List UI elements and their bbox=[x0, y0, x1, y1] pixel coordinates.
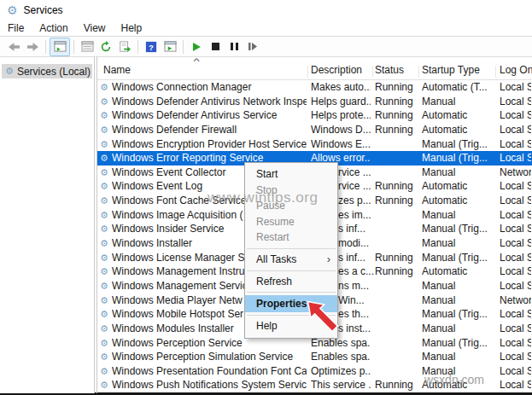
service-gear-icon: ⚙ bbox=[100, 137, 111, 152]
service-gear-icon: ⚙ bbox=[100, 179, 111, 194]
service-startup-type: Automatic bbox=[422, 123, 497, 137]
pause-service-icon[interactable] bbox=[225, 38, 243, 55]
column-divider[interactable] bbox=[418, 66, 419, 78]
menu-file[interactable]: File bbox=[0, 22, 32, 34]
service-log-on-as: Local Syst bbox=[500, 151, 531, 166]
service-startup-type: Manual bbox=[422, 236, 497, 251]
service-startup-type: Automatic bbox=[422, 194, 497, 208]
services-gear-icon: ⚙ bbox=[5, 66, 14, 77]
service-startup-type: Manual bbox=[422, 322, 497, 336]
menu-view[interactable]: View bbox=[76, 22, 114, 34]
service-gear-icon: ⚙ bbox=[100, 208, 111, 223]
table-row[interactable]: ⚙Windows Defender Antivirus ServiceHelps… bbox=[97, 108, 532, 123]
context-menu-item-start[interactable]: Start bbox=[245, 166, 337, 183]
toolbar: ? bbox=[0, 37, 532, 57]
menu-separator bbox=[247, 270, 336, 271]
service-name: Windows Presentation Foundation Font Cac… bbox=[112, 364, 307, 379]
service-startup-type: Manual (Trig... bbox=[422, 336, 497, 351]
service-status: Running bbox=[375, 108, 418, 123]
service-status: Running bbox=[375, 179, 418, 194]
service-log-on-as: Local Serv bbox=[500, 123, 531, 137]
table-row[interactable]: ⚙Windows Defender Antivirus Network Insp… bbox=[97, 95, 532, 109]
service-log-on-as: Local Syst bbox=[500, 264, 531, 279]
service-gear-icon: ⚙ bbox=[100, 322, 111, 336]
column-header-log-on-as[interactable]: Log On As bbox=[500, 64, 532, 76]
service-startup-type: Manual bbox=[422, 95, 497, 109]
stop-service-icon[interactable] bbox=[206, 38, 225, 55]
service-log-on-as: Local Syst bbox=[500, 350, 531, 364]
menu-action[interactable]: Action bbox=[32, 22, 75, 34]
table-row[interactable]: ⚙Windows Perception Simulation ServiceEn… bbox=[97, 350, 532, 364]
service-name: Windows Defender Antivirus Service bbox=[112, 108, 307, 123]
service-log-on-as: Local Serv bbox=[500, 95, 531, 109]
sort-ascending-icon: ^ bbox=[194, 57, 200, 66]
column-header-status[interactable]: Status bbox=[375, 64, 404, 76]
service-name: Windows Defender Firewall bbox=[112, 123, 307, 137]
service-description: modi... bbox=[338, 236, 374, 251]
service-startup-type: Manual bbox=[422, 166, 497, 180]
column-header-startup-type[interactable]: Startup Type bbox=[422, 64, 480, 76]
service-description: Windows E... bbox=[311, 137, 371, 152]
service-gear-icon: ⚙ bbox=[100, 236, 111, 251]
service-log-on-as: Local Serv bbox=[500, 208, 531, 223]
service-gear-icon: ⚙ bbox=[100, 378, 111, 392]
table-row[interactable]: ⚙Windows Defender FirewallWindows D...Ru… bbox=[97, 123, 532, 137]
tree-item-services-local[interactable]: ⚙ Services (Local) bbox=[2, 64, 92, 78]
service-gear-icon: ⚙ bbox=[100, 95, 111, 109]
start-service-icon[interactable] bbox=[187, 38, 206, 55]
context-menu-item-refresh[interactable]: Refresh bbox=[245, 274, 337, 290]
title-bar: ⚙ Services bbox=[0, 0, 532, 20]
restart-service-icon[interactable] bbox=[243, 38, 262, 55]
table-row[interactable]: ⚙Windows Connection ManagerMakes auto...… bbox=[97, 80, 532, 95]
service-description: Makes auto... bbox=[311, 80, 371, 95]
column-divider[interactable] bbox=[372, 66, 373, 78]
column-divider[interactable] bbox=[307, 66, 308, 78]
context-menu-item-all-tasks[interactable]: All Tasks› bbox=[245, 252, 337, 268]
show-console-tree-icon[interactable] bbox=[50, 38, 70, 56]
help-icon[interactable]: ? bbox=[142, 38, 161, 55]
menu-help[interactable]: Help bbox=[114, 22, 150, 34]
column-header-name[interactable]: Name bbox=[103, 64, 131, 76]
service-log-on-as: Local Syst bbox=[500, 222, 531, 236]
service-startup-type: Automatic bbox=[422, 108, 497, 123]
toolbar-separator bbox=[137, 40, 138, 54]
back-icon[interactable] bbox=[4, 38, 23, 55]
service-status: Running bbox=[375, 378, 418, 392]
service-name: Windows Connection Manager bbox=[112, 80, 307, 95]
services-window: ⚙ Services File Action View Help bbox=[0, 0, 532, 395]
service-description: Enables spa... bbox=[311, 350, 371, 364]
properties-window-icon[interactable] bbox=[78, 38, 96, 55]
service-description: Windows D... bbox=[311, 123, 371, 137]
service-gear-icon: ⚙ bbox=[100, 336, 111, 351]
service-log-on-as: Network S bbox=[500, 293, 531, 308]
service-gear-icon: ⚙ bbox=[100, 251, 111, 265]
service-startup-type: Manual (Trig... bbox=[422, 307, 497, 322]
service-description: s inf... bbox=[338, 222, 374, 236]
refresh-icon[interactable] bbox=[96, 38, 115, 55]
context-menu-item-resume: Resume bbox=[245, 214, 337, 230]
table-row[interactable]: ⚙Windows Encryption Provider Host Servic… bbox=[97, 137, 532, 152]
service-status: Running bbox=[375, 95, 418, 109]
service-gear-icon: ⚙ bbox=[100, 307, 111, 322]
menu-item-label: Refresh bbox=[256, 276, 292, 288]
export-list-icon[interactable] bbox=[115, 38, 134, 55]
column-header-description[interactable]: Description bbox=[311, 64, 362, 76]
column-divider[interactable] bbox=[495, 66, 496, 78]
service-gear-icon: ⚙ bbox=[100, 194, 111, 208]
service-log-on-as: Local Syst bbox=[500, 279, 531, 293]
service-log-on-as: Local Syst bbox=[500, 378, 531, 392]
service-description: zes p... bbox=[338, 194, 374, 208]
forward-icon[interactable] bbox=[23, 38, 42, 55]
service-description: Optimizes p... bbox=[311, 364, 371, 379]
service-log-on-as: Local Serv bbox=[500, 364, 531, 379]
menu-separator bbox=[247, 248, 336, 249]
service-log-on-as: Local Syst bbox=[500, 322, 531, 336]
service-description: s inf... bbox=[338, 251, 374, 265]
watermark-bottom-right: wsxdn.com bbox=[424, 373, 484, 386]
service-startup-type: Manual bbox=[422, 208, 497, 223]
service-log-on-as: Local Serv bbox=[500, 194, 531, 208]
show-window-icon[interactable] bbox=[161, 38, 179, 55]
console-tree-panel: ⚙ Services (Local) bbox=[0, 57, 95, 393]
service-startup-type: Automatic bbox=[422, 179, 497, 194]
service-status: Running bbox=[375, 264, 418, 279]
